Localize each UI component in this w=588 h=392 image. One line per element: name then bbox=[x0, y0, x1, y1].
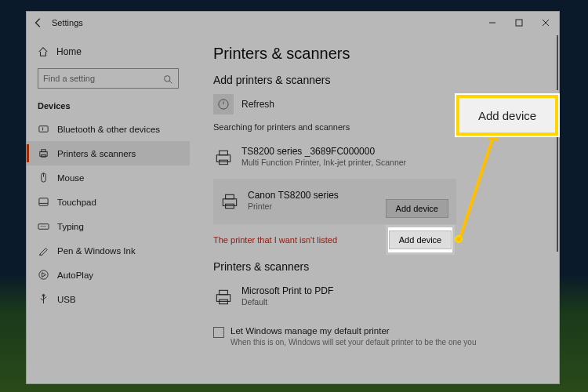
sidebar: Home Devices Bluetooth & other devices bbox=[27, 34, 190, 383]
search-input[interactable] bbox=[38, 68, 179, 89]
sidebar-item-typing[interactable]: Typing bbox=[27, 214, 190, 238]
device-row-selected[interactable]: Canon TS8200 series Printer Add device bbox=[213, 179, 456, 224]
usb-icon bbox=[38, 293, 49, 305]
callout-label: Add device bbox=[478, 109, 536, 122]
refresh-icon bbox=[218, 99, 229, 110]
section-list-header: Printers & scanners bbox=[213, 260, 535, 273]
sidebar-item-label: Mouse bbox=[57, 173, 85, 183]
sidebar-section-title: Devices bbox=[27, 96, 190, 117]
svg-rect-6 bbox=[39, 126, 48, 132]
back-icon[interactable] bbox=[33, 17, 44, 28]
sidebar-item-label: Pen & Windows Ink bbox=[57, 246, 136, 256]
page-title: Printers & scanners bbox=[213, 45, 535, 63]
device-row[interactable]: TS8200 series _3689FC000000 Multi Functi… bbox=[213, 141, 535, 176]
svg-rect-27 bbox=[226, 194, 234, 198]
printer-icon bbox=[213, 287, 234, 307]
sidebar-item-label: Touchpad bbox=[57, 198, 96, 207]
sidebar-item-label: Typing bbox=[57, 222, 84, 231]
sidebar-item-usb[interactable]: USB bbox=[27, 287, 190, 311]
sidebar-home[interactable]: Home bbox=[27, 42, 190, 62]
sidebar-item-printers[interactable]: Printers & scanners bbox=[27, 141, 190, 165]
device-subtitle: Printer bbox=[248, 201, 339, 211]
titlebar: Settings bbox=[27, 12, 559, 34]
sidebar-item-pen[interactable]: Pen & Windows Ink bbox=[27, 238, 190, 263]
device-name: Microsoft Print to PDF bbox=[241, 285, 333, 296]
scrollbar[interactable] bbox=[556, 34, 559, 383]
maximize-button[interactable] bbox=[506, 12, 532, 34]
sidebar-item-touchpad[interactable]: Touchpad bbox=[27, 190, 190, 214]
annotation-highlight-small: Add device bbox=[388, 227, 452, 252]
section-add-header: Add printers & scanners bbox=[213, 74, 535, 86]
printer-icon bbox=[213, 147, 234, 168]
printer-icon bbox=[220, 191, 240, 212]
svg-rect-30 bbox=[220, 290, 228, 294]
sidebar-item-mouse[interactable]: Mouse bbox=[27, 165, 190, 190]
settings-window: Settings Home bbox=[26, 11, 560, 384]
device-row[interactable]: Microsoft Print to PDF Default bbox=[213, 281, 535, 312]
svg-point-18 bbox=[39, 270, 48, 279]
add-device-button-highlight: Add device bbox=[389, 230, 452, 249]
mouse-icon bbox=[38, 172, 49, 183]
autoplay-icon bbox=[38, 269, 49, 281]
device-name: Canon TS8200 series bbox=[248, 190, 339, 201]
checkbox-label: Let Windows manage my default printer bbox=[230, 326, 477, 336]
search-icon bbox=[163, 74, 173, 84]
keyboard-icon bbox=[38, 220, 49, 232]
svg-rect-25 bbox=[220, 160, 228, 164]
svg-rect-9 bbox=[42, 150, 46, 152]
minimize-button[interactable] bbox=[479, 12, 506, 34]
svg-line-5 bbox=[169, 81, 172, 83]
sidebar-home-label: Home bbox=[56, 46, 82, 57]
sidebar-item-autoplay[interactable]: AutoPlay bbox=[27, 263, 190, 287]
close-button[interactable] bbox=[532, 12, 559, 34]
pen-icon bbox=[38, 245, 49, 256]
sidebar-item-label: Printers & scanners bbox=[57, 149, 136, 158]
touchpad-icon bbox=[38, 196, 49, 208]
svg-rect-24 bbox=[220, 151, 228, 154]
svg-rect-26 bbox=[223, 199, 236, 206]
svg-rect-23 bbox=[216, 155, 230, 162]
bluetooth-icon bbox=[38, 123, 49, 135]
default-printer-checkbox[interactable] bbox=[213, 327, 224, 338]
sidebar-item-label: Bluetooth & other devices bbox=[57, 125, 160, 134]
device-subtitle: Multi Function Printer, Ink-jet printer,… bbox=[241, 158, 406, 167]
annotation-callout-big: Add device bbox=[456, 95, 558, 136]
printer-icon bbox=[38, 147, 49, 159]
window-title: Settings bbox=[52, 18, 83, 27]
add-device-button[interactable]: Add device bbox=[386, 199, 448, 218]
search-field[interactable] bbox=[43, 74, 163, 83]
sidebar-item-bluetooth[interactable]: Bluetooth & other devices bbox=[27, 117, 190, 141]
svg-rect-13 bbox=[39, 198, 48, 205]
refresh-label: Refresh bbox=[241, 99, 274, 110]
refresh-button[interactable] bbox=[213, 94, 234, 114]
device-name: TS8200 series _3689FC000000 bbox=[241, 146, 406, 157]
sidebar-item-label: USB bbox=[57, 295, 76, 304]
annotation-dot-icon bbox=[455, 235, 463, 243]
content-pane: Printers & scanners Add printers & scann… bbox=[190, 34, 559, 383]
sidebar-item-label: AutoPlay bbox=[57, 270, 93, 280]
svg-rect-1 bbox=[516, 20, 522, 26]
svg-rect-29 bbox=[216, 295, 230, 302]
svg-point-4 bbox=[165, 75, 170, 81]
device-subtitle: Default bbox=[241, 297, 333, 307]
checkbox-hint: When this is on, Windows will set your d… bbox=[230, 338, 477, 347]
printer-not-listed-link[interactable]: The printer that I want isn't listed bbox=[213, 235, 337, 245]
home-icon bbox=[38, 46, 49, 57]
